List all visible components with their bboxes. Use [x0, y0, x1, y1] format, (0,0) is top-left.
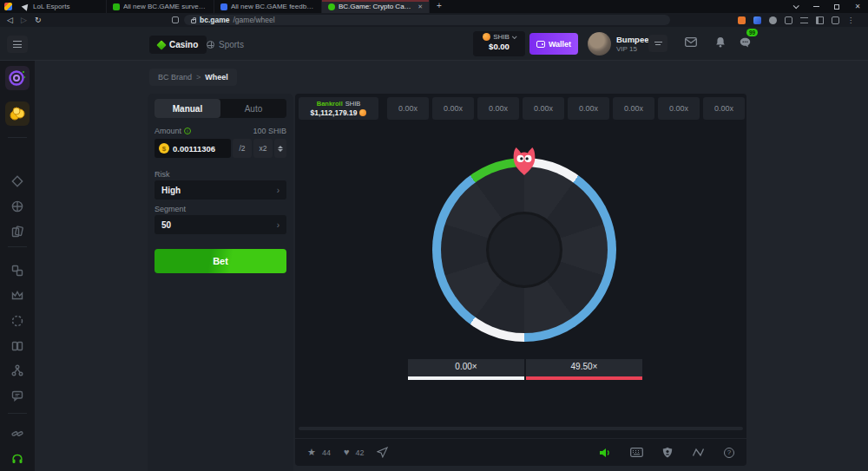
half-bet-button[interactable]: /2 [233, 139, 252, 158]
step-down-icon[interactable] [278, 149, 283, 152]
sidebar-item-lottery[interactable] [10, 225, 24, 239]
sidebar-rail [0, 27, 35, 471]
segment-value: 50 [161, 220, 171, 230]
amount-stepper[interactable] [274, 139, 286, 158]
tab-sports[interactable]: Sports [207, 36, 244, 54]
minimize-button[interactable] [806, 0, 826, 13]
info-icon[interactable]: i [184, 128, 191, 134]
wallet-button[interactable]: Wallet [529, 33, 578, 55]
sidebar-item-affiliate[interactable] [10, 363, 24, 377]
chevron-down-icon [512, 34, 517, 39]
tab-auto[interactable]: Auto [220, 99, 286, 118]
side-panel-icon[interactable] [816, 16, 824, 24]
multiplier-chip[interactable]: 0.00x [568, 97, 609, 120]
game-settings-group: ? [599, 447, 734, 458]
sidebar-item-vip-club[interactable] [10, 289, 24, 303]
tab-lol-esports[interactable]: LoL Esports [16, 0, 107, 13]
share-plane-icon[interactable] [377, 447, 388, 458]
extension-icon[interactable] [753, 16, 761, 24]
browser-profile-icon[interactable] [4, 3, 12, 10]
like-heart-icon[interactable]: ♥ [344, 448, 350, 457]
amount-value: 0.00111306 [173, 144, 215, 154]
risk-select[interactable]: High › [155, 180, 286, 200]
back-icon[interactable]: ◁ [7, 13, 13, 27]
chat-unread-badge: 99 [746, 29, 758, 36]
likes-count: 42 [355, 448, 364, 457]
tab-bcgame-active[interactable]: BC.Game: Crypto Casino Games & ✕ [322, 0, 430, 13]
double-bet-button[interactable]: x2 [253, 139, 273, 158]
multiplier-chip[interactable]: 0.00x [432, 97, 474, 120]
casino-diamond-icon [156, 40, 166, 49]
currency-selector[interactable]: SHIB $0.00 [473, 31, 525, 56]
sidebar-toggle-button[interactable] [7, 36, 28, 53]
multiplier-chip[interactable]: 0.00x [613, 97, 654, 120]
amount-input[interactable]: $ 0.00111306 [155, 139, 231, 158]
notifications-bell-button[interactable] [715, 36, 726, 48]
fairness-shield-icon[interactable] [662, 447, 673, 458]
sidebar-item-promotions[interactable] [5, 66, 30, 90]
bet-button[interactable]: Bet [155, 249, 286, 273]
risk-label: Risk [155, 170, 170, 179]
site-header: Casino Sports SHIB $0.00 Wallet Bumpee V… [0, 27, 868, 61]
browser-menu-icon[interactable]: ⋮ [847, 16, 854, 24]
favorite-star-icon[interactable]: ★ [307, 448, 316, 457]
segment-select[interactable]: 50 › [155, 215, 286, 234]
help-icon[interactable]: ? [724, 448, 734, 458]
window-controls: ✕ [785, 0, 868, 13]
multiplier-chip[interactable]: 0.00x [658, 97, 700, 120]
sidebar-item-bonus[interactable] [10, 314, 24, 328]
sidebar-item-forum[interactable] [10, 389, 24, 402]
maximize-button[interactable] [826, 0, 847, 13]
tab-bcgame-feedback[interactable]: All new BC.GAME feedback [214, 0, 322, 13]
sidebar-item-support[interactable] [10, 452, 24, 466]
sidebar-item-links[interactable] [10, 427, 24, 441]
messages-button[interactable] [685, 37, 697, 47]
step-up-icon[interactable] [278, 146, 283, 148]
multiplier-chip[interactable]: 0.00x [387, 97, 429, 120]
tab-close-icon[interactable]: ✕ [418, 3, 423, 10]
sidebar-item-rewards[interactable] [5, 101, 30, 126]
casino-label: Casino [169, 40, 198, 49]
hotkeys-keyboard-icon[interactable] [630, 448, 643, 457]
sidebar-item-casino[interactable] [10, 174, 24, 188]
tab-casino[interactable]: Casino [149, 36, 207, 54]
tab-title: All new BC.GAME feedback [231, 3, 315, 10]
reload-icon[interactable]: ↻ [35, 13, 42, 27]
new-tab-button[interactable]: + [430, 0, 449, 13]
wheel-game-area: Bankroll SHIB $1,112,179.19 0.00x 0.00x … [295, 94, 746, 466]
multiplier-chip[interactable]: 0.00x [703, 97, 745, 120]
breadcrumb-separator: > [196, 73, 201, 82]
result-box-low: 0.00× [408, 359, 524, 380]
wheel [432, 158, 616, 342]
reading-list-icon[interactable] [800, 17, 808, 23]
multiplier-chip[interactable]: 0.00x [523, 97, 564, 120]
result-row: 0.00× 49.50× [408, 359, 642, 380]
tab-manual[interactable]: Manual [155, 99, 220, 118]
result-value: 49.50× [526, 362, 642, 371]
bankroll-chip: Bankroll SHIB $1,112,179.19 [299, 97, 378, 120]
tab-search-icon[interactable] [785, 0, 806, 13]
horizontal-scrollbar[interactable] [299, 427, 743, 430]
screenshot-icon[interactable] [832, 16, 839, 24]
sound-on-icon[interactable] [599, 448, 611, 458]
extensions-puzzle-icon[interactable] [785, 16, 792, 24]
multiplier-chip[interactable]: 0.00x [477, 97, 519, 120]
chat-button[interactable] [740, 37, 751, 48]
sidebar-item-guide[interactable] [10, 339, 24, 353]
close-button[interactable]: ✕ [847, 0, 868, 13]
extension-icon[interactable] [738, 16, 746, 24]
user-avatar[interactable] [588, 32, 611, 56]
bets-menu-button[interactable] [648, 35, 667, 52]
sports-label: Sports [219, 40, 244, 49]
forward-icon[interactable]: ▷ [21, 13, 27, 27]
tab-bcgame-survey[interactable]: All new BC.GAME survey & feedback [107, 0, 214, 13]
sidebar-item-sports[interactable] [10, 200, 24, 213]
live-stats-icon[interactable] [692, 448, 705, 457]
sidebar-item-racing[interactable] [10, 264, 24, 278]
breadcrumb-brand[interactable]: BC Brand [158, 73, 192, 82]
profile-avatar-icon[interactable] [769, 16, 777, 24]
recent-multipliers: 0.00x 0.00x 0.00x 0.00x 0.00x 0.00x 0.00… [387, 97, 745, 120]
address-bar[interactable]: bc.game /game/wheel [184, 15, 670, 25]
bookmark-icon[interactable] [172, 13, 179, 27]
coin-icon: $ [159, 143, 169, 154]
